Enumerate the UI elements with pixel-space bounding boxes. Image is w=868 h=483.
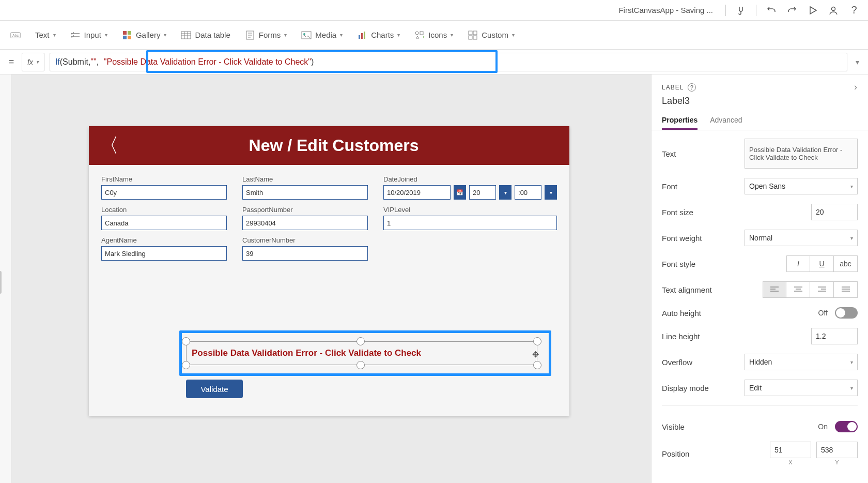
- chevron-down-icon[interactable]: ▾: [545, 185, 557, 200]
- prop-label: Font weight: [662, 234, 739, 243]
- prop-label: Auto height: [662, 309, 739, 318]
- forms-menu[interactable]: Forms▾: [245, 30, 287, 40]
- input-icon: [70, 30, 81, 40]
- visible-toggle[interactable]: [835, 421, 858, 432]
- lineheight-input[interactable]: 1.2: [811, 328, 858, 344]
- charts-icon: [357, 30, 367, 40]
- label-icon[interactable]: Abc: [10, 30, 21, 40]
- svg-rect-14: [361, 33, 363, 39]
- field-label: AgentName: [101, 236, 227, 244]
- help-icon[interactable]: ?: [688, 83, 696, 92]
- autoheight-toggle[interactable]: [835, 307, 858, 319]
- play-icon[interactable]: [807, 5, 818, 16]
- formula-input[interactable]: If(Submit, "", "Possible Data Validation…: [50, 53, 847, 71]
- svg-rect-9: [181, 32, 191, 39]
- prop-label: Font style: [662, 260, 739, 268]
- calendar-icon[interactable]: 📅: [454, 185, 466, 200]
- resize-handle[interactable]: [357, 337, 365, 345]
- validate-button[interactable]: Validate: [186, 380, 243, 398]
- redo-icon[interactable]: [786, 5, 798, 16]
- control-name: Label3: [652, 93, 868, 112]
- table-icon: [181, 30, 191, 40]
- equals-label: =: [6, 56, 17, 67]
- svg-point-16: [415, 32, 419, 35]
- validation-label-text: Possible Data Validation Error - Click V…: [192, 348, 421, 358]
- prop-label: Line height: [662, 332, 739, 341]
- gallery-icon: [122, 30, 132, 40]
- strike-button[interactable]: abc: [834, 255, 858, 272]
- svg-rect-13: [359, 35, 360, 39]
- resize-handle[interactable]: [357, 361, 365, 369]
- resize-handle[interactable]: [0, 271, 2, 294]
- svg-rect-8: [128, 36, 131, 39]
- underline-button[interactable]: U: [810, 255, 834, 272]
- tab-properties[interactable]: Properties: [662, 112, 698, 130]
- prop-label: Visible: [662, 422, 739, 431]
- displaymode-dropdown[interactable]: Edit▾: [745, 380, 858, 396]
- align-left-button[interactable]: [763, 281, 786, 298]
- left-collapsed-panel[interactable]: [0, 74, 11, 483]
- prop-label: Position: [662, 449, 739, 458]
- forms-icon: [245, 30, 255, 40]
- fx-dropdown[interactable]: fx▾: [22, 53, 44, 71]
- svg-text:Abc: Abc: [12, 34, 19, 37]
- position-y-input[interactable]: 538: [816, 442, 858, 458]
- icons-menu[interactable]: +Icons▾: [414, 30, 453, 40]
- user-icon[interactable]: [828, 5, 839, 16]
- chevron-right-icon[interactable]: ›: [854, 82, 858, 93]
- position-x-input[interactable]: 51: [770, 442, 811, 458]
- field-label: PassportNumber: [242, 206, 368, 214]
- svg-point-0: [832, 7, 835, 10]
- diagnostics-icon[interactable]: [735, 5, 747, 16]
- field-label: FirstName: [101, 175, 227, 183]
- svg-rect-5: [123, 31, 127, 35]
- prop-label: Text: [662, 149, 739, 158]
- control-type-label: LABEL: [662, 84, 684, 91]
- passport-input[interactable]: 29930404: [242, 216, 368, 230]
- custom-icon: [468, 30, 478, 40]
- font-dropdown[interactable]: Open Sans▾: [745, 178, 858, 194]
- fontsize-input[interactable]: 20: [811, 204, 858, 220]
- align-justify-button[interactable]: [834, 281, 858, 298]
- svg-point-3: [71, 33, 72, 34]
- field-label: LastName: [242, 175, 368, 183]
- text-property-input[interactable]: Possible Data Validation Error - Click V…: [745, 139, 858, 169]
- align-right-button[interactable]: [810, 281, 834, 298]
- agentname-input[interactable]: Mark Siedling: [101, 246, 227, 261]
- screen-header: 〈 New / Edit Customers: [89, 126, 569, 165]
- canvas-area[interactable]: 〈 New / Edit Customers FirstNameC0y Last…: [11, 74, 651, 483]
- media-menu[interactable]: Media▾: [301, 30, 343, 40]
- minute-dropdown[interactable]: : 00: [515, 185, 541, 200]
- formula-expand-icon[interactable]: ▾: [853, 58, 862, 66]
- fontweight-dropdown[interactable]: Normal▾: [745, 230, 858, 246]
- move-icon[interactable]: ✥: [532, 350, 539, 359]
- italic-button[interactable]: I: [786, 255, 810, 272]
- resize-handle[interactable]: [182, 361, 190, 369]
- media-icon: [301, 30, 312, 40]
- datatable-menu[interactable]: Data table: [181, 30, 230, 40]
- customernumber-input[interactable]: 39: [242, 246, 368, 261]
- gallery-menu[interactable]: Gallery▾: [122, 30, 167, 40]
- input-menu[interactable]: Input▾: [70, 30, 107, 40]
- resize-handle[interactable]: [182, 337, 190, 345]
- prop-label: Text alignment: [662, 285, 739, 294]
- tab-advanced[interactable]: Advanced: [710, 112, 742, 130]
- charts-menu[interactable]: Charts▾: [357, 30, 400, 40]
- resize-handle[interactable]: [533, 337, 541, 345]
- text-menu[interactable]: Text▾: [35, 31, 56, 39]
- firstname-input[interactable]: C0y: [101, 185, 227, 200]
- hour-dropdown[interactable]: 20: [469, 185, 496, 200]
- lastname-input[interactable]: Smith: [242, 185, 368, 200]
- align-center-button[interactable]: [786, 281, 810, 298]
- location-input[interactable]: Canada: [101, 216, 227, 230]
- custom-menu[interactable]: Custom▾: [468, 30, 515, 40]
- viplevel-input[interactable]: 1: [383, 216, 557, 230]
- overflow-dropdown[interactable]: Hidden▾: [745, 354, 858, 370]
- divider: [725, 5, 726, 16]
- chevron-down-icon[interactable]: ▾: [499, 185, 512, 200]
- help-icon[interactable]: ?: [848, 5, 860, 16]
- resize-handle[interactable]: [533, 361, 541, 369]
- undo-icon[interactable]: [766, 5, 777, 16]
- svg-rect-21: [469, 36, 472, 39]
- datejoined-input[interactable]: 10/20/2019: [383, 185, 451, 200]
